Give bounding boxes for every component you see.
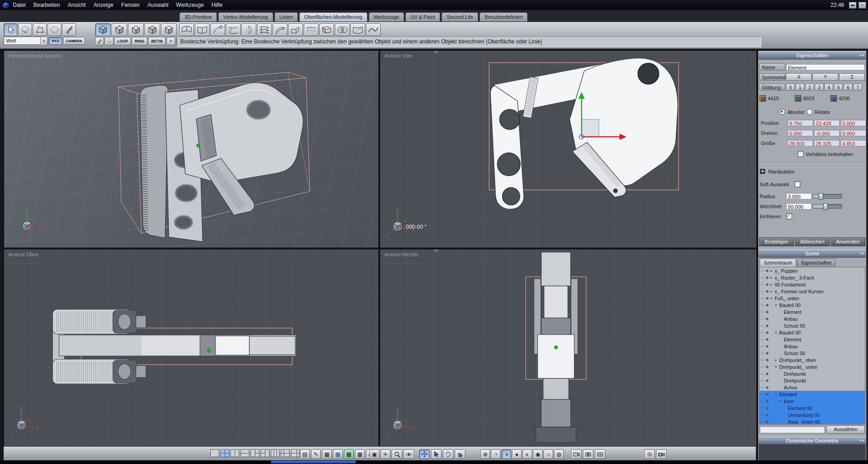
transform-x-field[interactable]: 9.750: [787, 120, 813, 126]
expand-arrow-icon[interactable]: ▾: [771, 297, 775, 300]
gordon-surface-tool[interactable]: [257, 23, 272, 36]
radius-field[interactable]: 3.000: [786, 193, 812, 200]
eye-icon[interactable]: ◉: [765, 296, 770, 300]
birail-sweep-tool[interactable]: [226, 23, 241, 36]
dynamic-geometry-header[interactable]: Dynamische Geometrie ▾ ▸: [759, 437, 866, 445]
eye-icon[interactable]: ◉: [765, 310, 770, 314]
between-select-button[interactable]: BETW: [148, 37, 166, 45]
home-icon[interactable]: ⌂: [760, 303, 765, 307]
menu-item[interactable]: Ansicht: [68, 2, 86, 8]
tree-row[interactable]: ⌂ ◉ ▸ x_ Puppen: [760, 267, 865, 274]
action-button[interactable]: Anwenden: [830, 237, 865, 246]
revolve-tool[interactable]: [242, 23, 256, 36]
home-icon[interactable]: ⌂: [760, 413, 765, 417]
eye-icon[interactable]: ◉: [765, 282, 770, 286]
camera-ortho-icon[interactable]: [595, 449, 605, 459]
keep-ratio-checkbox[interactable]: [798, 151, 803, 157]
home-icon[interactable]: ⌂: [760, 372, 765, 376]
grow-selection-icon[interactable]: +: [167, 37, 175, 45]
tree-row[interactable]: ⌂ ◉ ▾ Bauteil 00: [760, 302, 865, 308]
eye-icon[interactable]: ◉: [765, 275, 770, 280]
ribbon-tab[interactable]: Oberflächen-Modellierung: [299, 12, 367, 22]
expand-arrow-icon[interactable]: ▾: [780, 399, 784, 403]
select-button[interactable]: Auswählen: [826, 426, 865, 434]
polyline-select-tool[interactable]: [33, 23, 47, 36]
menu-item[interactable]: Anzeige: [93, 2, 113, 8]
tree-row[interactable]: ⌂ ◉ ▾ Element: [760, 391, 865, 398]
eye-icon[interactable]: ◉: [765, 324, 770, 328]
pan-hand-icon[interactable]: [455, 449, 465, 459]
layout-three-right-icon[interactable]: [261, 449, 270, 457]
home-icon[interactable]: ⌂: [760, 310, 765, 314]
menu-item[interactable]: Auswahl: [147, 2, 168, 8]
smoothing-level-button[interactable]: 2: [805, 84, 814, 91]
extrude-surface-tool[interactable]: [288, 23, 303, 36]
tree-row[interactable]: ⌂ ◉ Element: [760, 308, 865, 315]
expand-arrow-icon[interactable]: ▾: [775, 331, 779, 335]
world-space-dropdown-arrow-icon[interactable]: ▾: [40, 37, 48, 46]
layout-two-vertical-icon[interactable]: [231, 449, 239, 457]
relative-radio[interactable]: [807, 109, 813, 115]
camera-persp-icon[interactable]: [583, 449, 593, 459]
home-icon[interactable]: ⌂: [760, 330, 765, 335]
tree-row[interactable]: ⌂ ◉ ▸ 00 Fundament: [760, 281, 865, 288]
trim-tool[interactable]: [350, 23, 365, 36]
smoothing-level-button[interactable]: 5: [834, 84, 843, 91]
textured-grid-icon[interactable]: ▦: [344, 449, 354, 459]
ellipse-select-tool[interactable]: [48, 23, 61, 36]
multi-mode-tool[interactable]: [161, 23, 177, 36]
viewport-top[interactable]: Ansicht Oben: [4, 249, 379, 447]
properties-header[interactable]: Eigenschaften ▾ ▸: [759, 51, 866, 59]
tree-row[interactable]: ⌂ ◉ Element 00: [760, 405, 865, 411]
wire-globe-icon[interactable]: ⊕: [480, 449, 490, 459]
scene-tab[interactable]: Szenenbaum: [760, 259, 796, 267]
action-button[interactable]: Abbrechen: [795, 237, 830, 246]
close-button[interactable]: ×: [858, 2, 866, 9]
home-icon[interactable]: ⌂: [760, 275, 765, 280]
symmetry-axis-button[interactable]: X: [786, 73, 812, 81]
menu-item[interactable]: Datei: [13, 2, 26, 8]
shade-full-icon[interactable]: ●: [512, 449, 522, 459]
eye-icon[interactable]: ◉: [765, 378, 770, 383]
menu-item[interactable]: Bearbeiten: [33, 2, 60, 8]
home-icon[interactable]: ⌂: [760, 317, 765, 321]
expand-arrow-icon[interactable]: ▸: [771, 269, 775, 273]
eye-icon[interactable]: ◉: [765, 269, 770, 273]
home-icon[interactable]: ⌂: [760, 344, 765, 348]
eye-icon[interactable]: ◉: [765, 303, 770, 307]
shade-empty-icon[interactable]: ○: [544, 449, 553, 459]
smoothing-level-button[interactable]: 7: [853, 84, 862, 91]
transform-y-field[interactable]: 25.325: [814, 140, 840, 146]
scene-tab[interactable]: Eigenschaften: [797, 259, 836, 267]
eye-icon[interactable]: ◉: [765, 358, 770, 362]
transform-y-field[interactable]: 22.428: [814, 120, 840, 126]
tree-row[interactable]: ⌂ ◉ Drehpunkt: [760, 370, 865, 377]
visibility-eye-icon[interactable]: [404, 449, 414, 459]
home-icon[interactable]: ⌂: [760, 324, 765, 328]
xyz-axes-toggle[interactable]: XYZ: [49, 37, 62, 45]
thickness-tool[interactable]: [319, 23, 334, 36]
wireframe-grid-icon[interactable]: ▦: [322, 449, 332, 459]
absolute-radio[interactable]: [779, 109, 785, 115]
eye-icon[interactable]: ◉: [765, 289, 770, 293]
ribbon-tab[interactable]: 3D-Primitive: [179, 12, 217, 22]
scene-header[interactable]: Szene ▾ ▸: [759, 249, 866, 258]
menu-item[interactable]: Fenster: [121, 2, 140, 8]
frame-selection-icon[interactable]: ▣: [370, 449, 379, 459]
ribbon-tab[interactable]: Linien: [275, 12, 298, 22]
shade-half-icon[interactable]: ◑: [501, 449, 511, 459]
tree-row[interactable]: ⌂ ◉ Drehpunkt: [760, 377, 865, 384]
panel-collapse-icon[interactable]: ▾ ▸: [860, 250, 864, 257]
expand-arrow-icon[interactable]: ▸: [771, 290, 775, 293]
render-camera-icon[interactable]: [656, 449, 667, 459]
world-space-dropdown[interactable]: Welt: [4, 37, 42, 45]
cursor-manip-icon[interactable]: [431, 449, 442, 459]
minimize-button[interactable]: ▬: [849, 2, 857, 9]
smoothing-level-button[interactable]: 3: [815, 84, 824, 91]
layout-single-icon[interactable]: [210, 449, 219, 457]
name-field[interactable]: Element: [786, 64, 865, 70]
eye-icon[interactable]: ◉: [765, 385, 770, 389]
light-icon[interactable]: [644, 449, 655, 459]
eye-icon[interactable]: ◉: [765, 413, 770, 417]
lasso-select-tool[interactable]: [18, 23, 32, 36]
